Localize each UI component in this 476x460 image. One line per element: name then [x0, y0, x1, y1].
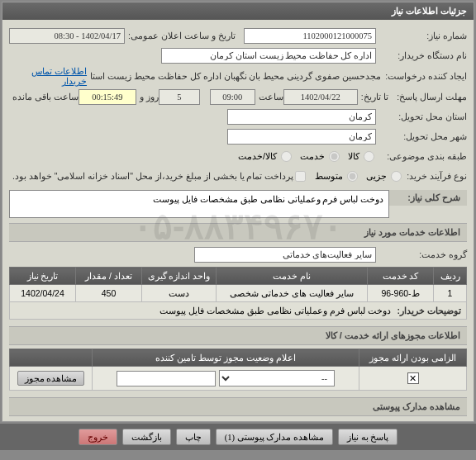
buyproc-label: نوع فرآیند خرید:: [403, 171, 467, 181]
deadline-date-label: تا تاریخ:: [358, 92, 388, 102]
prov-label: استان محل تحویل:: [376, 111, 467, 121]
td-date: 1402/04/24: [10, 285, 76, 302]
creator-text: مجدحسین صفوی گردینی محیط بان نگهبان ادار…: [87, 71, 381, 81]
service-table: ردیف کد خدمت نام خدمت واحد اندازه گیری ت…: [9, 267, 467, 320]
th2-empty: [10, 349, 93, 367]
days-label: روز و: [136, 92, 159, 102]
td-qty: 450: [76, 285, 142, 302]
deadline-label: مهلت ارسال پاسخ:: [388, 92, 467, 102]
attach-header: مشاهده مدارک پیوستی: [9, 397, 467, 416]
buyer-note-label: توضیحات خریدار:: [394, 306, 461, 315]
deadline-hour: [210, 89, 255, 105]
td-unit: دست: [142, 285, 217, 302]
back-button[interactable]: بازگشت: [122, 429, 171, 445]
perm-header: اطلاعات مجوزهای ارائه خدمت / کالا: [9, 326, 467, 345]
svc-info-header: اطلاعات خدمات مورد نیاز: [9, 223, 467, 242]
req-no-input[interactable]: [244, 28, 376, 44]
deadline-date: [283, 89, 358, 105]
hour-label: ساعت: [255, 92, 283, 102]
svc-group-input[interactable]: [194, 247, 376, 263]
reply-button[interactable]: پاسخ به نیاز: [338, 429, 397, 445]
req-no-label: شماره نیاز:: [376, 31, 467, 40]
th-row: ردیف: [434, 268, 467, 285]
attach-button[interactable]: مشاهده مدارک پیوستی (1): [216, 429, 333, 445]
pub-time-input: [9, 28, 125, 44]
permit-required-check: ✕: [407, 372, 419, 384]
td-name: سایر فعالیت های خدماتی شخصی: [217, 285, 368, 302]
city-input[interactable]: [227, 129, 376, 145]
panel-title: جزئیات اطلاعات نیاز: [2, 2, 474, 20]
contact-link[interactable]: اطلاعات تماس خریدار: [9, 66, 87, 86]
radio-both-label: کالا/خدمت: [238, 151, 277, 162]
th-code: کد خدمت: [368, 268, 434, 285]
radio-goods: [364, 151, 374, 162]
th-date: تاریخ نیاز: [10, 268, 76, 285]
class-label: طبقه بندی موضوعی:: [376, 151, 467, 161]
prov-input[interactable]: [227, 109, 376, 125]
table-desc-row: توضیحات خریدار: دوخت لباس فرم وعملیاتی ن…: [10, 302, 467, 320]
city-label: شهر محل تحویل:: [376, 131, 467, 141]
radio-small-label: جزیی: [366, 171, 387, 182]
view-permit-button[interactable]: مشاهده مجوز: [17, 371, 85, 386]
svc-group-label: گروه خدمت:: [376, 249, 467, 259]
main-panel: جزئیات اطلاعات نیاز شماره نیاز: تاریخ و …: [2, 2, 474, 422]
days-remaining: [159, 89, 200, 105]
exit-button[interactable]: خروج: [79, 429, 117, 445]
th-unit: واحد اندازه گیری: [142, 268, 217, 285]
radio-service: [329, 151, 340, 162]
table-row[interactable]: 1 ط-960-96 سایر فعالیت های خدماتی شخصی د…: [10, 285, 467, 302]
permit-table: الزامی بودن ارائه مجوز اعلام وضعیت مجوز …: [9, 349, 467, 391]
td-row: 1: [434, 285, 467, 302]
td-code: ط-960-96: [368, 285, 434, 302]
radio-medium-label: متوسط: [315, 171, 343, 182]
pub-time-label: تاریخ و ساعت اعلان عمومی:: [125, 31, 236, 40]
buyer-input[interactable]: [161, 48, 376, 64]
main-desc-box[interactable]: دوخت لباس فرم وعملیاتی نظامی طبق مشخصات …: [9, 190, 389, 218]
th2-req: الزامی بودن ارائه مجوز: [359, 349, 467, 367]
permit-status-input[interactable]: [117, 371, 216, 386]
permit-status-select[interactable]: --: [219, 370, 335, 386]
treasury-checkbox: [295, 171, 306, 182]
footer-buttons: پاسخ به نیاز مشاهده مدارک پیوستی (1) چاپ…: [0, 424, 476, 450]
radio-both: [281, 151, 292, 162]
th2-stat: اعلام وضعیت مجوز توسط تامین کننده: [93, 349, 359, 367]
radio-goods-label: کالا: [348, 151, 359, 162]
main-desc-label: شرح کلی نیاز:: [389, 190, 467, 206]
radio-service-label: خدمت: [300, 151, 325, 162]
pay-note: پرداخت تمام یا بخشی از مبلغ خرید،از محل …: [9, 171, 293, 181]
remain-label: ساعت باقی مانده: [9, 92, 79, 102]
radio-small: [391, 171, 402, 182]
radio-medium: [347, 171, 358, 182]
buyer-note: دوخت لباس فرم وعملیاتی نظامی طبق مشخصات …: [159, 306, 390, 315]
th-name: نام خدمت: [217, 268, 368, 285]
countdown: [79, 89, 136, 105]
permit-row: ✕ -- مشاهده مجوز: [10, 367, 467, 391]
th-qty: تعداد / مقدار: [76, 268, 142, 285]
print-button[interactable]: چاپ: [176, 429, 211, 445]
creator-label: ایجاد کننده درخواست:: [381, 71, 467, 81]
buyer-label: نام دستگاه خریدار:: [376, 50, 467, 60]
